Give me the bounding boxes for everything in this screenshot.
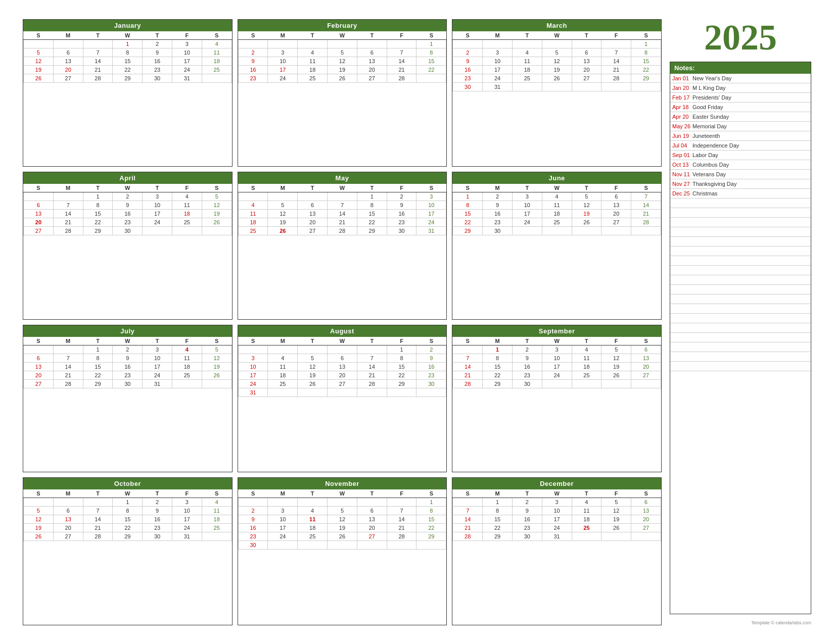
calendar-day: 8 (631, 48, 661, 57)
calendar-day: 8 (483, 354, 513, 362)
calendar-day: 19 (268, 218, 298, 227)
calendar-day: 16 (238, 524, 268, 532)
calendar-day: 25 (202, 524, 231, 532)
empty-notes-row (670, 218, 811, 227)
calendar-day: 9 (113, 201, 143, 210)
day-header: S (202, 31, 231, 40)
month-november: NovemberSMTWTFS1234567891011121314151617… (238, 477, 447, 625)
calendar-day: 5 (601, 345, 631, 354)
calendar-day: 22 (357, 218, 387, 227)
calendar-day: 6 (24, 354, 54, 362)
calendar-day: 7 (387, 48, 416, 57)
calendar-day: 26 (24, 74, 54, 82)
day-header: S (202, 337, 231, 345)
calendar-day: 21 (83, 65, 113, 74)
calendar-day: 12 (24, 515, 54, 524)
calendar-day: 18 (542, 210, 572, 218)
day-header: F (387, 489, 416, 498)
calendar-day: 27 (24, 227, 54, 235)
calendar-day: 10 (143, 354, 172, 362)
calendar-day: 30 (143, 532, 172, 541)
calendar-day (202, 227, 231, 235)
day-header: T (357, 184, 387, 192)
day-header: M (53, 31, 83, 40)
calendar-day: 9 (238, 57, 268, 65)
calendar-day: 13 (298, 210, 328, 218)
holiday-date: Apr 18 (672, 104, 692, 110)
calendar-day: 21 (357, 371, 387, 379)
day-header: T (512, 337, 542, 345)
day-header: S (416, 489, 446, 498)
calendar-day: 28 (453, 379, 483, 388)
calendar-day: 16 (416, 362, 446, 371)
month-header-september: September (452, 325, 661, 337)
calendar-day: 21 (453, 524, 483, 532)
calendar-day: 4 (172, 345, 202, 354)
calendar-day: 10 (238, 362, 268, 371)
holiday-name: Thanksgiving Day (692, 181, 809, 187)
calendar-day: 5 (542, 48, 572, 57)
calendar-day (298, 39, 328, 48)
calendar-day (572, 227, 601, 235)
calendar-day: 8 (113, 507, 143, 515)
month-march: MarchSMTWTFS1234567891011121314151617181… (452, 19, 662, 167)
calendar-day (268, 388, 298, 397)
calendar-day (357, 345, 387, 354)
calendar-day: 19 (202, 210, 231, 218)
calendar-day: 6 (53, 48, 83, 57)
calendar-day: 21 (387, 524, 416, 532)
calendar-day: 27 (53, 74, 83, 82)
calendar-day: 24 (268, 74, 298, 82)
calendar-day: 25 (542, 218, 572, 227)
day-header: F (601, 337, 631, 345)
calendar-day (357, 498, 387, 507)
calendar-day: 3 (416, 192, 446, 201)
calendar-day (328, 345, 357, 354)
calendar-day: 8 (483, 507, 513, 515)
month-july: JulySMTWTFS12345678910111213141516171819… (23, 325, 233, 473)
calendar-day: 25 (238, 227, 268, 235)
calendar-day: 1 (453, 192, 483, 201)
calendar-day (387, 541, 416, 550)
calendar-day (53, 345, 83, 354)
month-table-december: SMTWTFS123456789101112131415161718192021… (452, 489, 661, 541)
calendar-day: 17 (416, 210, 446, 218)
calendar-day (172, 379, 202, 388)
calendar-day: 15 (83, 362, 113, 371)
day-header: M (483, 489, 513, 498)
calendar-day (416, 541, 446, 550)
empty-notes-row (670, 275, 811, 285)
calendar-day: 8 (453, 201, 483, 210)
calendar-day: 7 (453, 354, 483, 362)
day-header: S (238, 337, 268, 345)
calendar-day: 22 (483, 524, 513, 532)
calendar-day: 16 (143, 57, 172, 65)
calendar-day: 22 (631, 65, 661, 74)
calendar-day: 4 (202, 39, 231, 48)
holiday-name: Christmas (692, 190, 809, 196)
calendar-day: 22 (416, 65, 446, 74)
holiday-name: Juneteenth (692, 133, 809, 139)
month-september: SeptemberSMTWTFS123456789101112131415161… (452, 325, 662, 473)
calendar-day: 23 (238, 532, 268, 541)
calendar-day: 12 (24, 57, 54, 65)
calendar-day: 26 (328, 532, 357, 541)
holiday-date: Nov 11 (672, 171, 692, 177)
calendar-day: 19 (328, 65, 357, 74)
day-header: W (328, 31, 357, 40)
calendar-day: 12 (601, 354, 631, 362)
day-header: T (143, 31, 172, 40)
calendar-day (202, 74, 231, 82)
day-header: T (83, 184, 113, 192)
calendar-day (268, 192, 298, 201)
day-header: S (416, 184, 446, 192)
calendar-day: 18 (172, 362, 202, 371)
calendar-day (238, 498, 268, 507)
calendar-day: 15 (416, 515, 446, 524)
calendar-day: 27 (601, 218, 631, 227)
calendar-day: 18 (298, 524, 328, 532)
calendar-day: 4 (238, 201, 268, 210)
calendar-day (572, 82, 601, 91)
calendar-day (328, 388, 357, 397)
day-header: S (453, 31, 483, 40)
